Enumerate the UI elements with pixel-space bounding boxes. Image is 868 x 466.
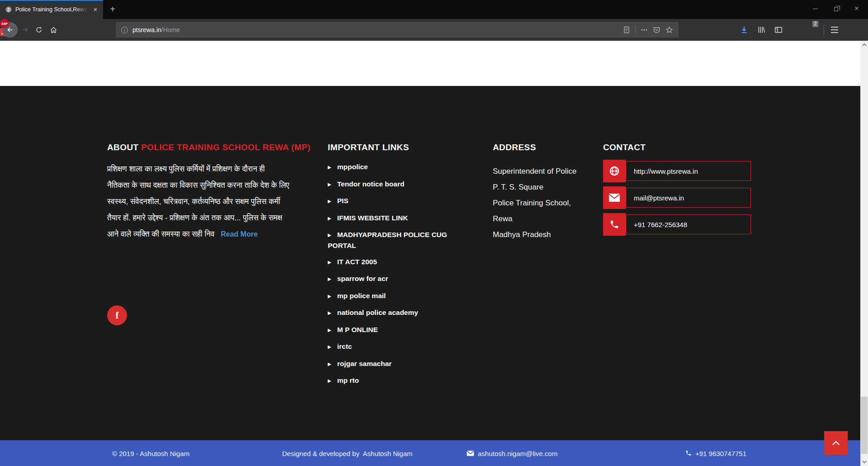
scrollbar-down-arrow[interactable] bbox=[860, 458, 868, 466]
browser-tab[interactable]: Police Training School,Rewa, M × bbox=[0, 0, 103, 19]
chevron-up-icon bbox=[831, 440, 840, 446]
forward-button[interactable] bbox=[22, 26, 29, 33]
address-lines: Superintendent of Police P. T. S. Square… bbox=[493, 163, 601, 243]
sidebar-button[interactable] bbox=[774, 26, 783, 34]
bullet-triangle-icon: ▶ bbox=[328, 274, 331, 284]
contact-heading: CONTACT bbox=[603, 143, 752, 152]
bullet-triangle-icon: ▶ bbox=[328, 376, 331, 386]
page-blank-area bbox=[0, 41, 860, 86]
about-heading: ABOUT POLICE TRAINING SCHOOL REWA (MP) bbox=[107, 143, 320, 152]
footer-links-column: IMPORTANT LINKS ▶mppolice ▶Tendor notice… bbox=[328, 143, 463, 393]
footer-link[interactable]: ▶sparrow for acr bbox=[328, 274, 463, 285]
footer-link[interactable]: ▶IFMIS WEBSITE LINK bbox=[328, 213, 463, 224]
home-icon bbox=[50, 26, 57, 33]
tab-title-fade bbox=[75, 6, 88, 14]
scrollbar-up-arrow[interactable] bbox=[860, 41, 868, 48]
footer-link[interactable]: ▶IT ACT 2005 bbox=[328, 257, 463, 268]
about-line: स्वस्थ्य, संवेदनशील, चरित्रवान, कर्तव्यन… bbox=[107, 194, 320, 210]
footer-about-column: ABOUT POLICE TRAINING SCHOOL REWA (MP) प… bbox=[107, 143, 320, 243]
bottom-bar: © 2019 - Ashutosh Nigam Designed & devel… bbox=[0, 440, 868, 466]
new-tab-button[interactable]: + bbox=[105, 0, 120, 19]
library-button[interactable] bbox=[757, 26, 765, 34]
urlbar-actions bbox=[623, 25, 679, 34]
bullet-triangle-icon: ▶ bbox=[328, 291, 331, 301]
bullet-triangle-icon: ▶ bbox=[328, 308, 331, 318]
sidebar-icon bbox=[774, 26, 783, 34]
footer-link[interactable]: ▶Tendor notice board bbox=[328, 179, 463, 190]
contact-website-box: http://www.ptsrewa.in bbox=[626, 161, 751, 181]
url-path: /Home bbox=[161, 26, 180, 33]
footer-link[interactable]: ▶irctc bbox=[328, 342, 463, 352]
globe-icon bbox=[603, 160, 626, 182]
back-arrow-icon bbox=[6, 26, 14, 33]
envelope-icon bbox=[603, 186, 626, 209]
tab-close-icon[interactable]: × bbox=[91, 5, 99, 14]
bullet-triangle-icon: ▶ bbox=[328, 214, 331, 223]
downloads-button[interactable] bbox=[740, 26, 748, 34]
library-icon bbox=[757, 26, 765, 34]
footer-link[interactable]: ▶mp rto bbox=[328, 376, 463, 386]
bullet-triangle-icon: ▶ bbox=[328, 230, 331, 240]
scroll-to-top-button[interactable] bbox=[824, 431, 848, 455]
reader-mode-icon[interactable] bbox=[623, 26, 630, 33]
address-bar[interactable]: i ptsrewa.in/Home bbox=[116, 22, 679, 38]
footer-link[interactable]: ▶M P ONLINE bbox=[328, 325, 463, 336]
contact-website-row[interactable]: http://www.ptsrewa.in bbox=[603, 160, 752, 182]
pocket-icon[interactable] bbox=[653, 26, 660, 33]
footer-link[interactable]: ▶PIS bbox=[328, 196, 463, 207]
address-line: Police Training School, bbox=[493, 195, 601, 211]
extension-badge: 2 bbox=[812, 21, 818, 27]
scrollbar-thumb[interactable] bbox=[861, 397, 868, 454]
important-links-heading: IMPORTANT LINKS bbox=[328, 143, 463, 152]
address-line: Superintendent of Police bbox=[493, 163, 601, 179]
forward-arrow-icon bbox=[22, 26, 29, 33]
bookmark-star-icon[interactable] bbox=[665, 26, 673, 33]
tab-title: Police Training School,Rewa, M bbox=[15, 6, 88, 14]
close-button[interactable]: × bbox=[846, 0, 867, 17]
about-line: प्रशिक्षण शाला का लक्ष्य पुलिस कर्मियों … bbox=[107, 161, 320, 177]
copyright-text: © 2019 - Ashutosh Nigam bbox=[112, 449, 189, 457]
vertical-scrollbar[interactable] bbox=[860, 41, 868, 466]
bullet-triangle-icon: ▶ bbox=[328, 342, 331, 352]
reload-icon bbox=[35, 26, 42, 33]
about-line: आने वाले व्यक्ति की समस्या का सही निवRea… bbox=[107, 226, 320, 243]
important-links-list: ▶mppolice ▶Tendor notice board ▶PIS ▶IFM… bbox=[328, 162, 463, 386]
bullet-triangle-icon: ▶ bbox=[328, 257, 331, 267]
hamburger-menu-button[interactable] bbox=[831, 27, 838, 33]
home-button[interactable] bbox=[50, 26, 57, 33]
site-info-icon[interactable]: i bbox=[121, 27, 128, 33]
footer-link[interactable]: ▶mppolice bbox=[328, 162, 463, 173]
footer-link[interactable]: ▶MADHYAPRADESH POLICE CUG PORTAL bbox=[328, 230, 463, 251]
footer-link[interactable]: ▶mp police mail bbox=[328, 291, 463, 302]
address-line: P. T. S. Square bbox=[493, 179, 601, 195]
read-more-link[interactable]: Read More bbox=[221, 230, 258, 238]
contact-phone-row[interactable]: +91 7662-256348 bbox=[603, 213, 752, 236]
bottombar-phone[interactable]: +91 9630747751 bbox=[685, 449, 746, 457]
minimize-button[interactable] bbox=[805, 0, 826, 17]
adblock-plus-icon[interactable]: ABP bbox=[0, 19, 9, 28]
url-host: ptsrewa.in bbox=[132, 26, 161, 33]
navigation-toolbar: i ptsrewa.in/Home bbox=[0, 19, 868, 41]
address-heading: ADDRESS bbox=[493, 143, 601, 152]
about-line: नैतिकता के साथ दक्षता का विकास सुनिश्चित… bbox=[107, 177, 320, 194]
urlbar-separator bbox=[635, 25, 636, 34]
bottombar-email[interactable]: ashutosh.nigam@live.com bbox=[467, 449, 557, 457]
bullet-triangle-icon: ▶ bbox=[328, 196, 331, 206]
footer-contact-column: CONTACT http://www.ptsrewa.in bbox=[603, 143, 752, 236]
address-line: Rewa bbox=[493, 211, 601, 227]
contact-email-row[interactable]: mail@ptsrewa.in bbox=[603, 186, 752, 209]
tab-bar: Police Training School,Rewa, M × + × bbox=[0, 0, 868, 19]
about-line: तैयार हों. हमारे उद्देश्य - प्रशिक्षण के… bbox=[107, 210, 320, 226]
footer-link[interactable]: ▶rojgar samachar bbox=[328, 359, 463, 370]
reload-button[interactable] bbox=[35, 26, 42, 33]
restore-button[interactable] bbox=[826, 0, 846, 17]
footer-link[interactable]: ▶national police academy bbox=[328, 308, 463, 319]
phone-icon bbox=[603, 213, 626, 236]
page-actions-icon[interactable] bbox=[641, 26, 648, 33]
bullet-triangle-icon: ▶ bbox=[328, 359, 331, 369]
toolbar-separator bbox=[824, 24, 824, 36]
active-tab-accent bbox=[0, 0, 103, 1]
favicon-icon bbox=[5, 6, 12, 13]
footer-address-column: ADDRESS Superintendent of Police P. T. S… bbox=[493, 143, 601, 243]
facebook-icon[interactable]: f bbox=[107, 305, 127, 325]
